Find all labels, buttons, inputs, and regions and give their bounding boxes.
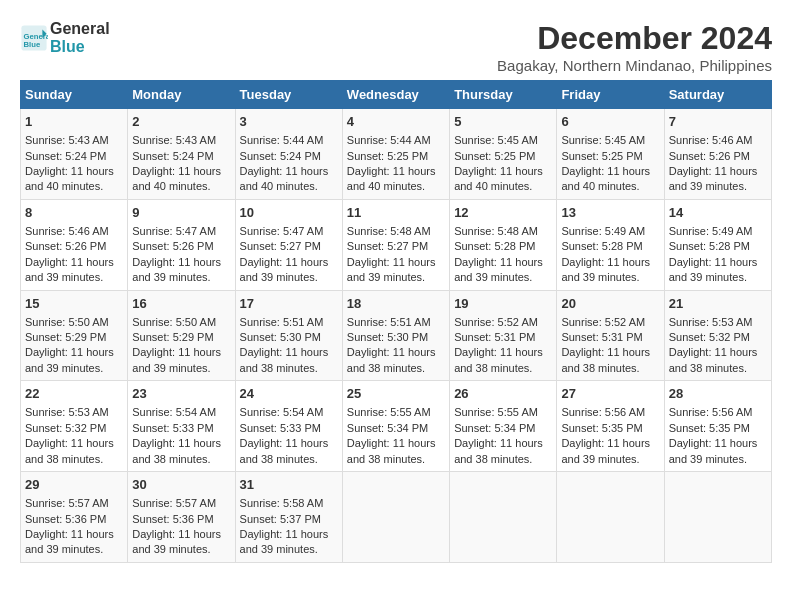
calendar-cell: 30 Sunrise: 5:57 AM Sunset: 5:36 PM Dayl… — [128, 472, 235, 563]
calendar-cell: 7 Sunrise: 5:46 AM Sunset: 5:26 PM Dayli… — [664, 109, 771, 200]
sunrise-label: Sunrise: 5:53 AM — [669, 316, 753, 328]
day-number: 29 — [25, 476, 123, 494]
logo-icon: General Blue — [20, 24, 48, 52]
sunset-label: Sunset: 5:37 PM — [240, 513, 321, 525]
day-number: 23 — [132, 385, 230, 403]
calendar-week-row: 15 Sunrise: 5:50 AM Sunset: 5:29 PM Dayl… — [21, 290, 772, 381]
daylight-label: Daylight: 11 hours and 39 minutes. — [240, 528, 329, 555]
sunset-label: Sunset: 5:26 PM — [25, 240, 106, 252]
sunset-label: Sunset: 5:28 PM — [454, 240, 535, 252]
sunrise-label: Sunrise: 5:47 AM — [240, 225, 324, 237]
sunrise-label: Sunrise: 5:44 AM — [240, 134, 324, 146]
day-number: 8 — [25, 204, 123, 222]
sunset-label: Sunset: 5:31 PM — [561, 331, 642, 343]
day-number: 12 — [454, 204, 552, 222]
calendar-cell: 29 Sunrise: 5:57 AM Sunset: 5:36 PM Dayl… — [21, 472, 128, 563]
sunset-label: Sunset: 5:36 PM — [25, 513, 106, 525]
day-number: 28 — [669, 385, 767, 403]
sunset-label: Sunset: 5:28 PM — [561, 240, 642, 252]
calendar-cell: 12 Sunrise: 5:48 AM Sunset: 5:28 PM Dayl… — [450, 199, 557, 290]
daylight-label: Daylight: 11 hours and 39 minutes. — [669, 256, 758, 283]
sunset-label: Sunset: 5:34 PM — [347, 422, 428, 434]
calendar-cell: 14 Sunrise: 5:49 AM Sunset: 5:28 PM Dayl… — [664, 199, 771, 290]
day-number: 7 — [669, 113, 767, 131]
calendar-cell: 2 Sunrise: 5:43 AM Sunset: 5:24 PM Dayli… — [128, 109, 235, 200]
sunrise-label: Sunrise: 5:46 AM — [25, 225, 109, 237]
subtitle: Bagakay, Northern Mindanao, Philippines — [497, 57, 772, 74]
day-number: 18 — [347, 295, 445, 313]
day-number: 22 — [25, 385, 123, 403]
calendar-week-row: 1 Sunrise: 5:43 AM Sunset: 5:24 PM Dayli… — [21, 109, 772, 200]
daylight-label: Daylight: 11 hours and 38 minutes. — [132, 437, 221, 464]
sunset-label: Sunset: 5:32 PM — [669, 331, 750, 343]
day-number: 4 — [347, 113, 445, 131]
sunrise-label: Sunrise: 5:54 AM — [240, 406, 324, 418]
daylight-label: Daylight: 11 hours and 39 minutes. — [25, 256, 114, 283]
day-number: 19 — [454, 295, 552, 313]
sunset-label: Sunset: 5:30 PM — [240, 331, 321, 343]
sunrise-label: Sunrise: 5:51 AM — [240, 316, 324, 328]
calendar-week-row: 8 Sunrise: 5:46 AM Sunset: 5:26 PM Dayli… — [21, 199, 772, 290]
day-number: 16 — [132, 295, 230, 313]
day-number: 14 — [669, 204, 767, 222]
sunset-label: Sunset: 5:32 PM — [25, 422, 106, 434]
sunrise-label: Sunrise: 5:49 AM — [561, 225, 645, 237]
sunset-label: Sunset: 5:30 PM — [347, 331, 428, 343]
calendar-header-row: SundayMondayTuesdayWednesdayThursdayFrid… — [21, 81, 772, 109]
day-number: 25 — [347, 385, 445, 403]
sunrise-label: Sunrise: 5:44 AM — [347, 134, 431, 146]
weekday-header: Monday — [128, 81, 235, 109]
day-number: 24 — [240, 385, 338, 403]
calendar-cell — [557, 472, 664, 563]
day-number: 20 — [561, 295, 659, 313]
daylight-label: Daylight: 11 hours and 38 minutes. — [454, 346, 543, 373]
day-number: 31 — [240, 476, 338, 494]
calendar-cell: 8 Sunrise: 5:46 AM Sunset: 5:26 PM Dayli… — [21, 199, 128, 290]
daylight-label: Daylight: 11 hours and 38 minutes. — [347, 346, 436, 373]
sunset-label: Sunset: 5:33 PM — [240, 422, 321, 434]
calendar-cell: 9 Sunrise: 5:47 AM Sunset: 5:26 PM Dayli… — [128, 199, 235, 290]
sunset-label: Sunset: 5:33 PM — [132, 422, 213, 434]
weekday-header: Sunday — [21, 81, 128, 109]
sunset-label: Sunset: 5:36 PM — [132, 513, 213, 525]
calendar-cell: 18 Sunrise: 5:51 AM Sunset: 5:30 PM Dayl… — [342, 290, 449, 381]
calendar-cell: 6 Sunrise: 5:45 AM Sunset: 5:25 PM Dayli… — [557, 109, 664, 200]
day-number: 13 — [561, 204, 659, 222]
daylight-label: Daylight: 11 hours and 38 minutes. — [454, 437, 543, 464]
calendar-cell: 31 Sunrise: 5:58 AM Sunset: 5:37 PM Dayl… — [235, 472, 342, 563]
day-number: 30 — [132, 476, 230, 494]
sunrise-label: Sunrise: 5:54 AM — [132, 406, 216, 418]
sunrise-label: Sunrise: 5:50 AM — [25, 316, 109, 328]
calendar-cell: 28 Sunrise: 5:56 AM Sunset: 5:35 PM Dayl… — [664, 381, 771, 472]
sunrise-label: Sunrise: 5:58 AM — [240, 497, 324, 509]
calendar-cell — [342, 472, 449, 563]
day-number: 17 — [240, 295, 338, 313]
sunset-label: Sunset: 5:35 PM — [669, 422, 750, 434]
calendar-cell: 4 Sunrise: 5:44 AM Sunset: 5:25 PM Dayli… — [342, 109, 449, 200]
calendar-cell: 27 Sunrise: 5:56 AM Sunset: 5:35 PM Dayl… — [557, 381, 664, 472]
sunrise-label: Sunrise: 5:45 AM — [561, 134, 645, 146]
weekday-header: Wednesday — [342, 81, 449, 109]
sunset-label: Sunset: 5:25 PM — [454, 150, 535, 162]
daylight-label: Daylight: 11 hours and 39 minutes. — [132, 256, 221, 283]
weekday-header: Thursday — [450, 81, 557, 109]
daylight-label: Daylight: 11 hours and 39 minutes. — [669, 437, 758, 464]
main-title: December 2024 — [497, 20, 772, 57]
sunrise-label: Sunrise: 5:55 AM — [454, 406, 538, 418]
daylight-label: Daylight: 11 hours and 39 minutes. — [561, 256, 650, 283]
sunrise-label: Sunrise: 5:57 AM — [25, 497, 109, 509]
daylight-label: Daylight: 11 hours and 39 minutes. — [347, 256, 436, 283]
sunrise-label: Sunrise: 5:51 AM — [347, 316, 431, 328]
daylight-label: Daylight: 11 hours and 40 minutes. — [347, 165, 436, 192]
sunrise-label: Sunrise: 5:53 AM — [25, 406, 109, 418]
calendar-cell: 19 Sunrise: 5:52 AM Sunset: 5:31 PM Dayl… — [450, 290, 557, 381]
sunset-label: Sunset: 5:24 PM — [240, 150, 321, 162]
daylight-label: Daylight: 11 hours and 40 minutes. — [240, 165, 329, 192]
calendar-week-row: 29 Sunrise: 5:57 AM Sunset: 5:36 PM Dayl… — [21, 472, 772, 563]
sunrise-label: Sunrise: 5:50 AM — [132, 316, 216, 328]
day-number: 2 — [132, 113, 230, 131]
day-number: 5 — [454, 113, 552, 131]
sunrise-label: Sunrise: 5:56 AM — [669, 406, 753, 418]
sunrise-label: Sunrise: 5:43 AM — [25, 134, 109, 146]
daylight-label: Daylight: 11 hours and 38 minutes. — [25, 437, 114, 464]
